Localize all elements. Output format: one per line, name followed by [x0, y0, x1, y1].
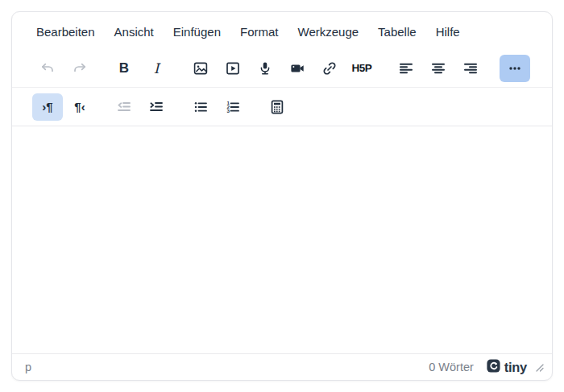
align-group — [390, 55, 487, 82]
tiny-branding-link[interactable]: tiny — [487, 359, 527, 375]
tiny-logo-icon — [487, 359, 500, 375]
align-center-icon — [430, 60, 446, 76]
numbered-list-button[interactable]: 123 — [218, 93, 248, 121]
math-group — [261, 93, 293, 121]
h5p-icon: H5P — [352, 62, 372, 74]
record-audio-button[interactable] — [250, 55, 280, 82]
format-group: B I — [108, 55, 172, 82]
history-group — [31, 55, 96, 82]
statusbar: p 0 Wörter tiny — [12, 353, 552, 380]
menu-werkzeuge[interactable]: Werkzeuge — [288, 21, 369, 43]
more-icon — [507, 60, 523, 76]
toolbar-row-1: B I — [12, 49, 552, 88]
outdent-button[interactable] — [109, 93, 139, 121]
indent-group — [108, 93, 172, 121]
menu-tabelle[interactable]: Tabelle — [368, 21, 426, 43]
italic-icon: I — [154, 60, 160, 76]
link-icon — [321, 60, 338, 76]
bold-button[interactable]: B — [109, 55, 139, 82]
bold-icon: B — [119, 60, 129, 76]
more-toolbar-items-button[interactable] — [500, 55, 530, 82]
calculator-button[interactable] — [262, 93, 292, 121]
media-button[interactable] — [218, 55, 248, 82]
indent-icon — [148, 99, 164, 115]
menubar: Bearbeiten Ansicht Einfügen Format Werkz… — [12, 12, 552, 49]
image-icon — [193, 60, 209, 76]
menu-bearbeiten[interactable]: Bearbeiten — [27, 21, 105, 43]
resize-handle[interactable] — [535, 363, 544, 372]
ltr-icon: ›¶ — [42, 101, 52, 113]
editor-content-area[interactable] — [12, 126, 552, 353]
align-left-icon — [398, 60, 414, 76]
rtl-button[interactable]: ¶‹ — [64, 93, 95, 121]
align-left-button[interactable] — [391, 55, 421, 82]
image-button[interactable] — [185, 55, 216, 82]
menu-einfuegen[interactable]: Einfügen — [164, 21, 230, 43]
record-video-button[interactable] — [282, 55, 313, 82]
svg-text:3: 3 — [226, 107, 230, 113]
rich-text-editor: Bearbeiten Ansicht Einfügen Format Werkz… — [11, 11, 553, 381]
tiny-brand-label: tiny — [504, 360, 527, 375]
word-count[interactable]: 0 Wörter — [429, 361, 474, 373]
video-camera-icon — [289, 60, 305, 76]
microphone-icon — [257, 60, 273, 76]
align-right-button[interactable] — [455, 55, 486, 82]
rtl-icon: ¶‹ — [74, 101, 85, 113]
bullet-list-button[interactable] — [185, 93, 216, 121]
menu-format[interactable]: Format — [230, 21, 288, 43]
calculator-icon — [269, 99, 285, 115]
media-icon — [225, 60, 241, 76]
italic-button[interactable]: I — [141, 55, 172, 82]
menu-hilfe[interactable]: Hilfe — [426, 21, 470, 43]
overflow-group — [499, 55, 531, 82]
redo-button[interactable] — [64, 55, 95, 82]
align-center-button[interactable] — [423, 55, 454, 82]
undo-button[interactable] — [32, 55, 63, 82]
ltr-button[interactable]: ›¶ — [32, 93, 63, 121]
element-path[interactable]: p — [25, 361, 31, 373]
menu-ansicht[interactable]: Ansicht — [105, 21, 164, 43]
direction-group: ›¶ ¶‹ — [31, 93, 96, 121]
outdent-icon — [116, 99, 132, 115]
list-group: 123 — [185, 93, 249, 121]
link-button[interactable] — [314, 55, 345, 82]
indent-button[interactable] — [141, 93, 172, 121]
toolbar-row-2: ›¶ ¶‹ — [12, 88, 552, 126]
insert-group: H5P — [185, 55, 378, 82]
undo-icon — [39, 60, 56, 76]
redo-icon — [72, 60, 88, 76]
align-right-icon — [462, 60, 479, 76]
bullet-list-icon — [193, 99, 209, 115]
numbered-list-icon: 123 — [225, 99, 241, 115]
h5p-button[interactable]: H5P — [346, 55, 377, 82]
